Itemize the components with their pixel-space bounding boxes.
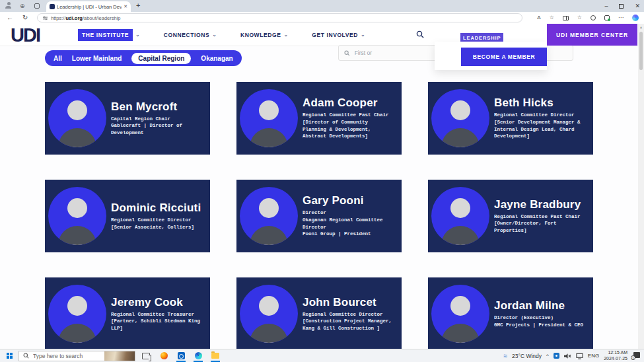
person-info: Jordan Milne Director (Executive) GMC Pr… — [494, 277, 590, 350]
scrollbar-thumb[interactable] — [639, 32, 643, 70]
person-name: Jayne Bradbury — [494, 198, 590, 211]
taskbar-app-edge[interactable] — [194, 350, 203, 362]
url-text: https://udi.org/about/leadership — [51, 15, 120, 21]
udi-member-center-button[interactable]: UDI MEMBER CENTER — [547, 24, 637, 46]
edge-icon — [195, 352, 202, 359]
minimize-icon[interactable]: – — [604, 3, 608, 9]
taskbar-app-firefox[interactable] — [159, 350, 168, 362]
maximize-icon[interactable] — [619, 4, 624, 9]
browser-tab[interactable]: Leadership | UDI - Urban Develo ✕ — [46, 1, 131, 12]
split-screen-icon[interactable] — [563, 16, 569, 20]
taskbar-search-box[interactable] — [18, 351, 135, 361]
person-info: John Bourcet Regional Committee Director… — [303, 277, 398, 350]
taskbar-app-file-explorer[interactable] — [211, 350, 220, 362]
weather-text[interactable]: 23°C Windy — [512, 353, 542, 359]
avatar-head-shape — [67, 296, 87, 316]
search-icon[interactable] — [416, 30, 424, 38]
system-tray: ≈ 23°C Windy ^ ENG 12:15 AM 2024-07-25 1 — [504, 350, 644, 362]
address-bar-actions: A ☆ ☆ ⋯ — [537, 13, 639, 23]
hidden-icons-chevron[interactable]: ^ — [546, 353, 549, 359]
notification-center-icon[interactable]: 1 — [632, 352, 640, 359]
notification-badge: 1 — [631, 355, 635, 360]
avatar — [48, 285, 106, 343]
avatar — [431, 89, 489, 147]
avatar — [240, 187, 298, 245]
copilot-icon[interactable] — [632, 15, 639, 21]
person-card[interactable]: Ben Mycroft Capital Region Chair Gablecr… — [45, 82, 210, 155]
avatar-head-shape — [67, 100, 87, 120]
person-name: Beth Hicks — [494, 96, 590, 110]
filter-tab-okanagan[interactable]: Okanagan — [201, 55, 233, 62]
window-close-icon[interactable]: ✕ — [635, 3, 640, 9]
page-scrollbar[interactable]: ▲ — [638, 24, 644, 349]
nav-item-knowledge[interactable]: KNOWLEDGE⌄ — [240, 32, 288, 38]
taskbar-search-input[interactable] — [32, 352, 102, 360]
browser-tab-strip: ⊕ Leadership | UDI - Urban Develo ✕ + – … — [0, 0, 644, 12]
person-name: Gary Pooni — [303, 194, 398, 207]
person-card[interactable]: Adam Cooper Regional Committee Past Chai… — [236, 82, 402, 155]
avatar — [48, 187, 106, 245]
person-card[interactable]: John Bourcet Regional Committee Director… — [236, 277, 402, 350]
firefox-icon — [161, 352, 168, 359]
network-icon[interactable] — [576, 353, 583, 359]
filter-tab-capital-region[interactable]: Capital Region — [131, 53, 191, 64]
person-info: Jayne Bradbury Regional Committee Past C… — [494, 180, 590, 252]
person-title: Director (Executive) GMC Projects | Pres… — [494, 314, 590, 328]
browser-profile-icon[interactable] — [5, 2, 12, 9]
person-card[interactable]: Gary Pooni Director Okaganan Regional Co… — [236, 180, 402, 252]
person-title: Regional Committee Treasurer [Partner, S… — [111, 311, 207, 332]
browser-essentials-icon[interactable] — [590, 15, 596, 20]
screen: ⊕ Leadership | UDI - Urban Develo ✕ + – … — [0, 0, 644, 362]
favorite-star-icon[interactable]: ☆ — [550, 15, 554, 21]
tab-title: Leadership | UDI - Urban Develo — [57, 4, 122, 10]
site-favicon — [50, 4, 55, 9]
site-info-icon[interactable] — [43, 16, 48, 20]
nav-item-the-institute[interactable]: THE INSTITUTE⌄ — [78, 29, 140, 41]
start-button[interactable] — [0, 349, 18, 362]
url-field[interactable]: https://udi.org/about/leadership — [37, 13, 522, 22]
udi-logo[interactable]: UDI — [11, 24, 40, 46]
task-view-icon[interactable] — [142, 353, 150, 359]
back-icon[interactable]: ← — [7, 14, 13, 21]
weather-wind-icon[interactable]: ≈ — [504, 352, 508, 359]
volume-muted-icon[interactable] — [564, 353, 571, 359]
chat-tray-icon[interactable] — [554, 353, 559, 359]
active-app-underline — [176, 361, 186, 362]
active-app-underline — [194, 361, 203, 362]
workspaces-icon[interactable]: ⊕ — [20, 2, 25, 10]
new-tab-button[interactable]: + — [136, 1, 140, 9]
chevron-down-icon: ⌄ — [284, 33, 289, 37]
person-info: Gary Pooni Director Okaganan Regional Co… — [303, 180, 398, 252]
nav-item-connections[interactable]: CONNECTIONS⌄ — [164, 32, 217, 38]
language-indicator[interactable]: ENG — [588, 353, 599, 359]
person-card[interactable]: Dominic Ricciuti Regional Committee Dire… — [45, 180, 210, 252]
filter-tab-all[interactable]: All — [54, 55, 62, 62]
person-card[interactable]: Jayne Bradbury Regional Committee Past C… — [428, 180, 593, 252]
person-card[interactable]: Beth Hicks Regional Committee Director [… — [428, 82, 593, 155]
nav-item-label: KNOWLEDGE — [240, 32, 281, 38]
filter-tab-lower-mainland[interactable]: Lower Mainland — [72, 55, 122, 62]
profile-head-shape — [7, 2, 11, 5]
tab-actions-icon[interactable] — [34, 3, 40, 9]
become-a-member-button[interactable]: BECOME A MEMBER — [461, 48, 547, 66]
settings-more-icon[interactable]: ⋯ — [618, 15, 624, 21]
nav-item-get-involved[interactable]: GET INVOLVED⌄ — [312, 32, 365, 38]
collections-icon[interactable]: ☆ — [577, 15, 582, 21]
person-info: Jeremy Cook Regional Committee Treasurer… — [111, 277, 207, 350]
taskbar-clock[interactable]: 12:15 AM 2024-07-25 — [604, 350, 627, 362]
avatar-head-shape — [450, 296, 470, 316]
avatar-body-shape — [250, 128, 288, 147]
search-highlight-image[interactable] — [104, 351, 135, 361]
avatar-body-shape — [441, 226, 480, 245]
person-card[interactable]: Jordan Milne Director (Executive) GMC Pr… — [428, 277, 593, 350]
tab-close-icon[interactable]: ✕ — [124, 4, 127, 9]
avatar-head-shape — [450, 198, 470, 218]
refresh-icon[interactable]: ↻ — [22, 14, 28, 21]
extension-badge-icon[interactable] — [604, 15, 610, 20]
person-card[interactable]: Jeremy Cook Regional Committee Treasurer… — [45, 277, 210, 350]
avatar-body-shape — [441, 324, 480, 343]
scroll-up-icon[interactable]: ▲ — [638, 25, 644, 29]
read-aloud-icon[interactable]: A — [537, 15, 540, 21]
person-info: Beth Hicks Regional Committee Director [… — [494, 82, 590, 155]
taskbar-app-outlook[interactable] — [176, 350, 186, 362]
